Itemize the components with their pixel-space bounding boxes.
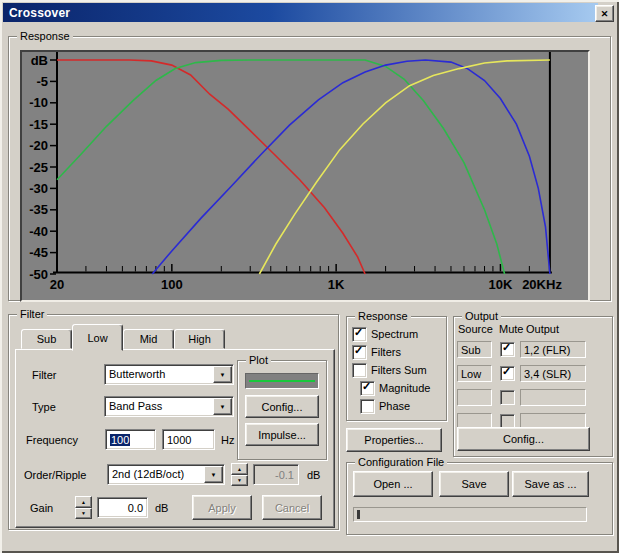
svg-text:-35: -35: [29, 202, 48, 217]
check-icon: ✓: [362, 380, 371, 393]
ripple-stepper[interactable]: ▲ ▼: [231, 463, 248, 486]
filter-group-label: Filter: [17, 308, 47, 320]
frequency-low-value: 100: [110, 434, 130, 446]
order-value: 2nd (12dB/oct): [112, 468, 184, 480]
check-icon: ✓: [354, 344, 363, 357]
svg-text:-25: -25: [29, 160, 48, 175]
response-graph-panel: dB-5-10-15-20-25-30-35-40-45-50201001K10…: [20, 50, 590, 302]
output-header-mute: Mute: [499, 323, 523, 335]
spectrum-label: Spectrum: [371, 328, 418, 340]
gain-value: 0.0: [128, 502, 143, 514]
filter-family-combobox[interactable]: Butterworth ▼: [104, 364, 234, 385]
plot-group-label: Plot: [246, 354, 271, 366]
check-icon: ✓: [502, 365, 511, 378]
response-chart: dB-5-10-15-20-25-30-35-40-45-50201001K10…: [22, 52, 584, 296]
plot-group: Plot Config... Impulse...: [237, 360, 327, 460]
ripple-value: -0.1: [275, 469, 294, 481]
svg-text:-15: -15: [29, 117, 48, 132]
chevron-down-icon[interactable]: ▼: [213, 398, 232, 415]
magnitude-checkbox[interactable]: ✓: [360, 381, 375, 396]
svg-text:20KHz: 20KHz: [522, 277, 562, 292]
check-icon: ✓: [354, 326, 363, 339]
gain-label: Gain: [30, 502, 53, 514]
frequency-high-input[interactable]: 1000: [162, 429, 215, 450]
frequency-unit-label: Hz: [221, 434, 234, 446]
phase-checkbox[interactable]: ✓: [360, 399, 375, 414]
mute-checkbox[interactable]: ✓: [500, 366, 515, 381]
properties-button[interactable]: Properties...: [346, 428, 442, 452]
close-button[interactable]: ✕: [595, 5, 614, 22]
output-config-button[interactable]: Config...: [457, 427, 590, 451]
output-source-field: Sub: [457, 341, 492, 358]
pass-type-combobox[interactable]: Band Pass ▼: [104, 396, 234, 417]
svg-text:-10: -10: [29, 95, 48, 110]
tab-sub[interactable]: Sub: [21, 329, 72, 349]
save-button[interactable]: Save: [439, 471, 509, 497]
text-caret: [357, 510, 360, 519]
frequency-label: Frequency: [26, 434, 78, 446]
filters-checkbox[interactable]: ✓: [352, 345, 367, 360]
chevron-down-icon[interactable]: ▼: [213, 366, 232, 383]
spectrum-checkbox[interactable]: ✓: [352, 327, 367, 342]
plot-config-button[interactable]: Config...: [245, 395, 319, 418]
svg-text:-5: -5: [36, 74, 48, 89]
config-file-path-field[interactable]: [353, 507, 587, 522]
check-icon: ✓: [502, 341, 511, 354]
plot-color-line: [249, 380, 315, 382]
filter-family-value: Butterworth: [109, 368, 165, 380]
title-bar: Crossover: [3, 3, 598, 22]
crossover-dialog: Crossover ✕ Response dB-5-10-15-20-25-30…: [0, 0, 619, 553]
plot-color-swatch: [245, 373, 319, 389]
output-source-field: Low: [457, 365, 492, 382]
svg-text:-40: -40: [29, 224, 48, 239]
response-options-group-label: Response: [355, 310, 411, 322]
arrow-down-icon[interactable]: ▼: [75, 508, 92, 520]
svg-text:-20: -20: [29, 138, 48, 153]
output-header-output: Output: [526, 323, 559, 335]
mute-checkbox[interactable]: ✓: [500, 342, 515, 357]
svg-text:-45: -45: [29, 245, 48, 260]
filter-type-label: Filter: [32, 369, 56, 381]
gain-input[interactable]: 0.0: [97, 497, 148, 518]
output-group: Output Source Mute Output Sub ✓ 1,2 (FLR…: [453, 316, 613, 457]
gain-stepper[interactable]: ▲ ▼: [75, 496, 92, 519]
impulse-button[interactable]: Impulse...: [245, 423, 319, 446]
order-ripple-label: Order/Ripple: [24, 469, 86, 481]
filter-group: Filter Sub Low Mid High Filter Butterwor…: [8, 314, 339, 530]
filters-label: Filters: [371, 346, 401, 358]
gain-unit-label: dB: [155, 502, 168, 514]
frequency-high-value: 1000: [167, 434, 191, 446]
pass-type-value: Band Pass: [109, 400, 162, 412]
window-title: Crossover: [9, 6, 70, 20]
response-graph-group-label: Response: [17, 30, 73, 42]
svg-text:-50: -50: [29, 267, 48, 282]
magnitude-label: Magnitude: [379, 382, 430, 394]
output-channel-field: 1,2 (FLR): [520, 341, 586, 358]
tab-mid[interactable]: Mid: [123, 329, 174, 349]
tab-low[interactable]: Low: [72, 324, 123, 351]
svg-text:100: 100: [161, 277, 183, 292]
svg-text:10K: 10K: [489, 277, 513, 292]
response-options-group: Response ✓ Spectrum ✓ Filters ✓ Filters …: [346, 316, 447, 421]
arrow-up-icon[interactable]: ▲: [231, 463, 248, 475]
filter-tab-panel: Filter Butterworth ▼ Type Band Pass ▼ Fr…: [15, 349, 335, 528]
arrow-down-icon[interactable]: ▼: [231, 475, 248, 487]
filters-sum-checkbox[interactable]: ✓: [352, 363, 367, 378]
svg-text:1K: 1K: [328, 277, 345, 292]
output-group-label: Output: [462, 310, 501, 322]
apply-button[interactable]: Apply: [192, 495, 252, 520]
phase-label: Phase: [379, 400, 410, 412]
chevron-down-icon[interactable]: ▼: [204, 466, 223, 483]
cancel-button[interactable]: Cancel: [262, 495, 322, 520]
order-combobox[interactable]: 2nd (12dB/oct) ▼: [107, 464, 225, 485]
configuration-file-group: Configuration File Open ... Save Save as…: [346, 462, 613, 535]
configuration-file-group-label: Configuration File: [355, 456, 447, 468]
svg-text:-30: -30: [29, 181, 48, 196]
frequency-low-input[interactable]: 100: [105, 429, 156, 450]
tab-high[interactable]: High: [174, 329, 225, 349]
svg-text:dB: dB: [31, 53, 48, 68]
arrow-up-icon[interactable]: ▲: [75, 496, 92, 508]
save-as-button[interactable]: Save as ...: [512, 471, 589, 497]
open-button[interactable]: Open ...: [353, 471, 433, 497]
output-channel-field: 3,4 (SLR): [520, 365, 586, 382]
